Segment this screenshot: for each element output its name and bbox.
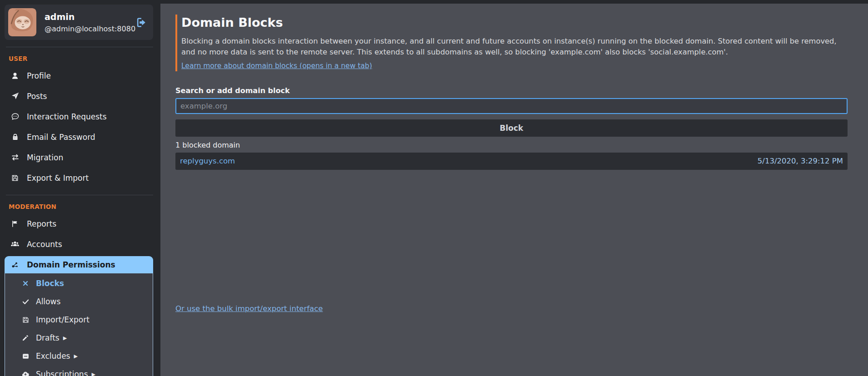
moderation-nav: Reports Accounts [5, 213, 153, 254]
sidebar-item-accounts[interactable]: Accounts [5, 234, 153, 254]
sidebar-item-posts[interactable]: Posts [5, 86, 153, 106]
user-handle: @admin@localhost:8080 [45, 25, 135, 33]
caret-right-icon: ▶ [91, 372, 95, 376]
sidebar-item-label: Posts [27, 92, 47, 101]
sidebar-item-interaction-requests[interactable]: Interaction Requests [5, 106, 153, 127]
submenu-item-label: Allows [36, 297, 60, 306]
sidebar-item-profile[interactable]: Profile [5, 65, 153, 86]
flag-icon [10, 219, 20, 228]
share-nodes-icon [10, 260, 20, 269]
floppy-disk-icon [21, 316, 30, 324]
section-label-user: USER [9, 55, 153, 62]
floppy-disk-icon [10, 173, 20, 183]
user-icon [10, 71, 20, 80]
domain-permissions-submenu: Blocks Allows Import/Export Drafts ▶ E [5, 273, 153, 376]
submenu-item-import-export[interactable]: Import/Export [5, 311, 153, 329]
sidebar-item-migration[interactable]: Migration [5, 147, 153, 168]
logout-button[interactable] [135, 16, 148, 29]
sidebar-divider [6, 47, 153, 47]
paper-plane-icon [10, 92, 20, 101]
sidebar-item-label: Email & Password [27, 133, 95, 142]
domain-blocks-panel: Domain Blocks Blocking a domain blocks i… [160, 4, 868, 376]
pencil-icon [21, 334, 30, 342]
submenu-item-drafts[interactable]: Drafts ▶ [5, 329, 153, 347]
page-description: Blocking a domain blocks interaction bet… [181, 36, 848, 58]
submenu-item-label: Excludes [36, 351, 70, 361]
sidebar-item-label: Export & Import [27, 173, 89, 183]
user-name: admin [45, 12, 135, 22]
section-label-moderation: MODERATION [9, 203, 153, 210]
sidebar-item-label: Profile [27, 71, 51, 80]
sidebar-item-export-import[interactable]: Export & Import [5, 168, 153, 188]
cloud-download-icon [21, 370, 30, 376]
block-button[interactable]: Block [175, 119, 848, 137]
blocked-domain-date: 5/13/2020, 3:29:12 PM [758, 157, 843, 165]
submenu-item-subscriptions[interactable]: Subscriptions ▶ [5, 365, 153, 376]
sidebar-item-label: Migration [27, 153, 63, 162]
sign-out-icon [135, 16, 148, 29]
submenu-item-label: Import/Export [36, 315, 90, 324]
blocked-domain-row[interactable]: replyguys.com 5/13/2020, 3:29:12 PM [175, 153, 848, 170]
sidebar-item-reports[interactable]: Reports [5, 213, 153, 234]
submenu-item-allows[interactable]: Allows [5, 292, 153, 311]
caret-right-icon: ▶ [63, 336, 67, 341]
sidebar-item-label: Interaction Requests [27, 112, 107, 121]
caret-right-icon: ▶ [74, 354, 77, 359]
comment-dots-icon [10, 112, 20, 121]
submenu-item-blocks[interactable]: Blocks [5, 274, 153, 292]
sidebar-item-label: Accounts [27, 240, 62, 249]
user-nav: Profile Posts Interaction Requests Email… [5, 65, 153, 188]
sidebar-divider [6, 195, 153, 195]
sidebar-item-domain-permissions[interactable]: Domain Permissions [5, 256, 153, 273]
sidebar-item-label: Reports [27, 219, 56, 228]
search-label: Search or add domain block [175, 86, 848, 95]
user-card[interactable]: admin @admin@localhost:8080 [5, 5, 153, 40]
domain-search-input[interactable] [175, 98, 848, 114]
settings-sidebar: admin @admin@localhost:8080 USER Profile [0, 0, 153, 376]
submenu-item-label: Blocks [36, 279, 64, 288]
submenu-item-excludes[interactable]: Excludes ▶ [5, 347, 153, 365]
page-header: Domain Blocks Blocking a domain blocks i… [175, 15, 848, 71]
xmark-icon [21, 279, 30, 287]
user-meta: admin @admin@localhost:8080 [45, 12, 135, 33]
sidebar-item-label: Domain Permissions [27, 260, 115, 269]
bulk-import-export-link[interactable]: Or use the bulk import/export interface [175, 304, 323, 313]
sidebar-item-email-password[interactable]: Email & Password [5, 127, 153, 147]
submenu-item-label: Drafts [36, 333, 60, 342]
check-icon [21, 297, 30, 306]
page-title: Domain Blocks [181, 15, 848, 30]
lock-icon [10, 133, 20, 142]
exchange-arrows-icon [10, 153, 20, 162]
blocked-count: 1 blocked domain [175, 141, 848, 149]
avatar [8, 8, 36, 36]
blocked-domain-name: replyguys.com [180, 157, 235, 165]
submenu-item-label: Subscriptions [36, 370, 88, 376]
learn-more-link[interactable]: Learn more about domain blocks (opens in… [181, 62, 372, 70]
square-minus-icon [21, 352, 30, 360]
users-icon [10, 240, 20, 249]
